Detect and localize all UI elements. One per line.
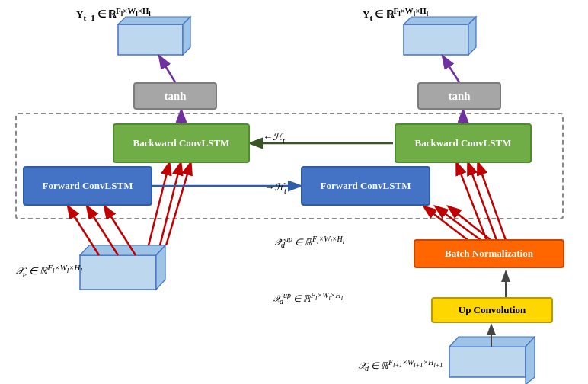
tanh-right: tanh <box>417 82 501 110</box>
batch-normalization: Batch Normalization <box>414 239 564 268</box>
svg-rect-3 <box>404 24 468 55</box>
svg-line-28 <box>443 57 459 82</box>
input-box-xe <box>80 245 165 290</box>
input-box-xd <box>449 337 535 384</box>
svg-marker-8 <box>156 245 165 290</box>
forward-convlstm-right: Forward ConvLSTM <box>301 166 430 206</box>
label-h-forward: →ℋt <box>264 181 286 195</box>
label-yt-minus1: Yt−1 ∈ ℝFl×Wl×Hl <box>76 6 151 22</box>
label-yt: Yt ∈ ℝFl×Wl×Hl <box>363 6 428 22</box>
svg-rect-9 <box>449 347 526 377</box>
label-xd-up-hat: 𝒳̂dup ∈ ℝFl×Wl×Hl <box>274 235 344 249</box>
diagram: Forward ConvLSTM Backward ConvLSTM tanh … <box>0 0 588 384</box>
svg-marker-2 <box>183 17 190 55</box>
label-h-backward: ←ℋt <box>263 131 285 145</box>
svg-marker-7 <box>80 245 165 255</box>
label-xd-up: 𝒳dup ∈ ℝFl×Wl×Hl <box>273 291 343 306</box>
svg-marker-10 <box>449 337 535 347</box>
label-xe: 𝒳e ∈ ℝFl×Wl×Hl <box>15 263 82 279</box>
up-convolution: Up Convolution <box>431 297 553 323</box>
svg-line-26 <box>160 57 175 82</box>
backward-convlstm-left: Backward ConvLSTM <box>113 123 250 163</box>
forward-convlstm-left: Forward ConvLSTM <box>23 166 152 206</box>
output-box-left <box>118 17 190 55</box>
svg-rect-0 <box>118 24 183 55</box>
svg-marker-5 <box>468 17 476 55</box>
svg-rect-6 <box>80 255 156 290</box>
output-box-right <box>404 17 476 55</box>
tanh-left: tanh <box>133 82 217 110</box>
label-xd: 𝒳d ∈ ℝFl+1×Wl+1×Hl+1 <box>358 358 443 373</box>
svg-marker-11 <box>526 337 535 384</box>
backward-convlstm-right: Backward ConvLSTM <box>395 123 532 163</box>
